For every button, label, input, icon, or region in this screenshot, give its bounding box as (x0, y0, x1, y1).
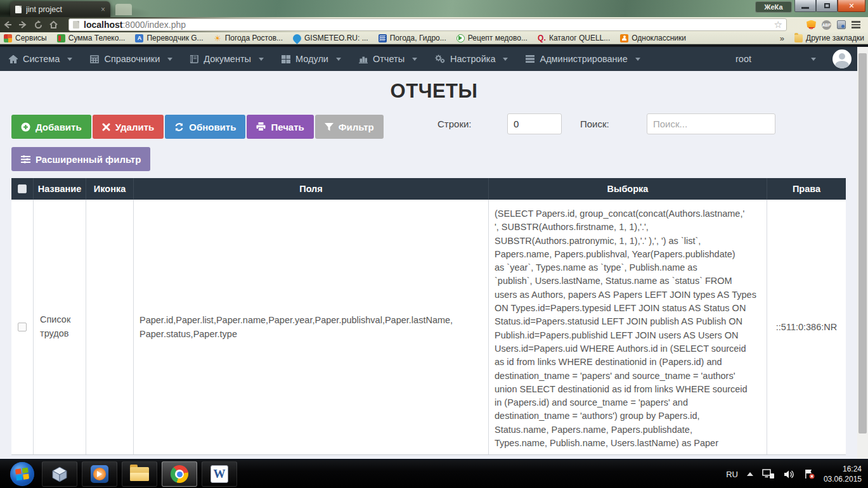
address-bar[interactable]: localhost:8000/index.php ☆ (68, 18, 787, 31)
add-button[interactable]: Добавить (11, 115, 91, 139)
url-page-icon (73, 21, 79, 29)
taskbar-app-word[interactable]: W (202, 461, 237, 487)
refresh-button[interactable]: Обновить (165, 115, 245, 139)
select-all-cell (11, 178, 34, 200)
nav-item-system[interactable]: Система (0, 47, 81, 71)
list-icon (526, 55, 534, 63)
nav-item-modules[interactable]: Модули (273, 47, 350, 71)
extension-icons: +28 ABP (806, 18, 860, 31)
taskbar-app-explorer[interactable] (122, 461, 157, 487)
clock-date: 03.06.2015 (824, 474, 862, 484)
web-page: Система Справочники Документы Модули Отч… (0, 47, 868, 459)
bar-chart-icon (359, 55, 368, 63)
restore-button[interactable] (816, 0, 838, 12)
taskbar-app-mediaplayer[interactable] (82, 461, 117, 487)
row-rights: ::511:0:386:NR (767, 200, 846, 454)
folder-icon (794, 34, 803, 42)
rows-label: Строки: (437, 119, 472, 129)
bookmark-summa[interactable]: Сумма Телеко... (57, 34, 126, 42)
filter-button[interactable]: Фильтр (315, 115, 384, 139)
x-icon (102, 123, 110, 131)
table-row[interactable]: Список трудов Paper.id,Paper.list,Paper.… (11, 200, 846, 454)
bookmark-recipe[interactable]: Рецепт медово... (457, 34, 528, 42)
row-checkbox[interactable] (18, 323, 27, 331)
tray-expand-icon[interactable] (747, 472, 753, 476)
taskbar: W RU 16:24 03.06.2015 (0, 459, 868, 488)
bookmark-quelle[interactable]: Q.Каталог QUELL... (538, 34, 610, 42)
browser-profile-button[interactable]: ЖеКа (755, 1, 792, 13)
browser-tab[interactable]: jint project × (10, 1, 110, 17)
close-button[interactable]: ✕ (838, 0, 865, 12)
taskbar-app-chrome[interactable] (162, 461, 197, 487)
rows-count-input[interactable] (507, 113, 562, 134)
chevron-down-icon (67, 58, 72, 61)
abp-extension-icon[interactable]: ABP (822, 20, 831, 30)
home-icon (9, 55, 18, 63)
minimize-button[interactable] (794, 0, 816, 12)
header-query: Выборка (489, 178, 767, 200)
nav-item-administration[interactable]: Администрирование (517, 47, 649, 71)
action-center-flag-icon[interactable] (804, 469, 815, 479)
system-tray: RU 16:24 03.06.2015 (726, 464, 868, 484)
network-icon[interactable] (762, 469, 775, 479)
weather-sun-icon: ☀ (214, 34, 222, 42)
screen: jint project × ЖеКа ✕ localhost:8000/ind… (0, 0, 868, 488)
scrollbar[interactable] (857, 47, 868, 459)
adblock-shield-icon[interactable]: +28 (806, 20, 816, 30)
bookmark-weather-rostov[interactable]: ☀Погода Ростов... (214, 34, 283, 42)
extension-icon[interactable] (837, 20, 846, 29)
tab-close-icon[interactable]: × (101, 6, 105, 13)
other-bookmarks-folder[interactable]: Другие закладки (794, 34, 864, 42)
row-fields: Paper.id,Paper.list,Paper.name,Paper.yea… (134, 200, 489, 454)
nav-item-documents[interactable]: Документы (181, 47, 273, 71)
search-label: Поиск: (580, 119, 609, 129)
bookmarks-bar: Сервисы Сумма Телеко... AПереводчик G...… (0, 32, 868, 44)
bookmark-star-icon[interactable]: ☆ (774, 19, 782, 30)
scrollbar-thumb[interactable] (858, 53, 867, 433)
back-icon[interactable] (0, 19, 15, 30)
browser-menu-icon[interactable] (852, 21, 860, 29)
modules-icon (282, 55, 290, 63)
print-button[interactable]: Печать (247, 115, 313, 139)
header-rights: Права (767, 178, 846, 200)
speaker-icon[interactable] (784, 470, 795, 479)
quelle-q-icon: Q. (538, 34, 546, 42)
bookmark-translator[interactable]: AПереводчик G... (135, 34, 203, 42)
bookmark-gismeteo[interactable]: GISMETEO.RU: ... (293, 34, 368, 42)
advanced-filter-button[interactable]: Расширенный фильтр (11, 147, 150, 171)
bookmark-odnoklassniki[interactable]: Одноклассники (620, 34, 686, 42)
forward-icon[interactable] (15, 19, 30, 30)
reports-table: Название Иконка Поля Выборка Права Списо… (11, 178, 846, 455)
avatar[interactable] (832, 49, 852, 68)
clock-time: 16:24 (824, 464, 862, 474)
book-icon (190, 55, 198, 63)
header-icon: Иконка (86, 178, 134, 200)
home-icon[interactable] (46, 19, 61, 30)
bookmark-services[interactable]: Сервисы (4, 34, 47, 42)
user-menu[interactable]: root (735, 47, 822, 71)
start-button[interactable] (10, 462, 34, 486)
nav-item-settings[interactable]: Настройка (426, 47, 517, 71)
taskbar-app-cube[interactable] (42, 461, 77, 487)
refresh-icon (174, 122, 184, 132)
bookmarks-overflow-chevron[interactable]: » (780, 34, 784, 43)
search-input[interactable] (647, 113, 775, 134)
select-all-checkbox[interactable] (18, 184, 27, 193)
table-icon (90, 55, 99, 63)
clock[interactable]: 16:24 03.06.2015 (824, 464, 862, 484)
windows-logo-icon (15, 468, 29, 481)
row-query: (SELECT Papers.id, group_concat(concat(A… (489, 200, 767, 454)
tab-title: jint project (26, 5, 96, 14)
sliders-icon (21, 155, 30, 164)
nav-item-reports[interactable]: Отчеты (350, 47, 426, 71)
language-indicator[interactable]: RU (726, 470, 738, 479)
header-name: Название (34, 178, 86, 200)
delete-button[interactable]: Удалить (93, 115, 164, 139)
reload-icon[interactable] (30, 19, 46, 30)
tab-favicon (15, 6, 22, 13)
bookmark-weather-hydro[interactable]: Погода, Гидро... (379, 34, 446, 42)
nav-item-directories[interactable]: Справочники (81, 47, 181, 71)
chevron-down-icon (811, 58, 816, 61)
new-tab-button[interactable] (115, 4, 132, 15)
app-navbar: Система Справочники Документы Модули Отч… (0, 47, 868, 71)
